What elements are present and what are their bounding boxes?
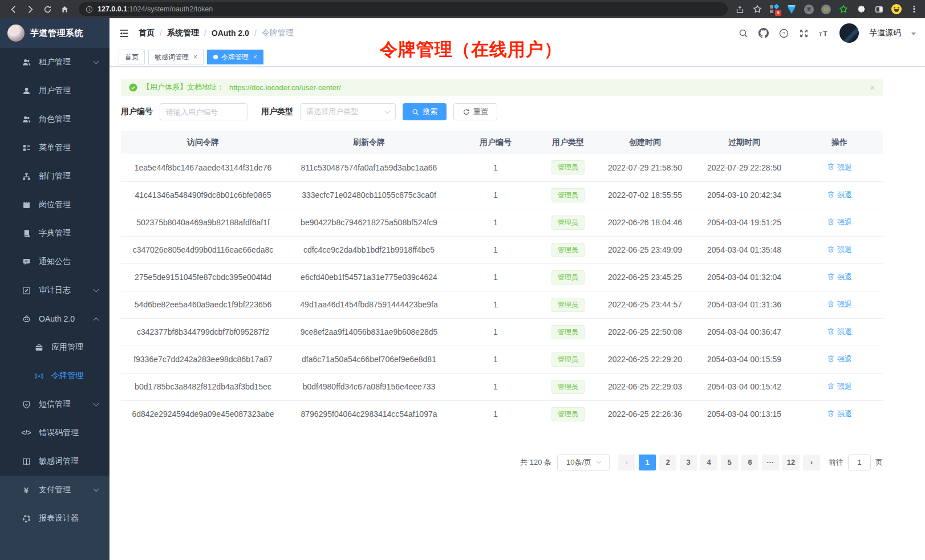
sidebar-item-租户管理[interactable]: 租户管理 (0, 48, 109, 76)
sidebar-item-用户管理[interactable]: 用户管理 (0, 76, 109, 105)
profile-emoji-icon[interactable] (891, 4, 902, 14)
breadcrumb-item[interactable]: 首页 (139, 28, 155, 38)
force-logout-button[interactable]: 强退 (827, 190, 852, 200)
page-button-2[interactable]: 2 (659, 455, 676, 470)
org-chart-icon (22, 172, 31, 181)
fullscreen-icon[interactable] (799, 29, 809, 38)
sidebar-item-敏感词管理[interactable]: 敏感词管理 (0, 447, 109, 476)
sidebar-toggle-icon[interactable] (119, 28, 129, 39)
force-logout-button[interactable]: 强退 (827, 272, 852, 282)
share-icon[interactable] (735, 4, 745, 14)
tab-label: 首页 (125, 52, 139, 62)
sidebar-item-通知公告[interactable]: 通知公告 (0, 247, 109, 276)
sidebar-item-菜单管理[interactable]: 菜单管理 (0, 133, 109, 162)
created-time-cell: 2022-06-25 22:29:20 (598, 346, 692, 373)
sidebar-item-令牌管理[interactable]: 令牌管理 (0, 362, 109, 390)
force-logout-button[interactable]: 强退 (827, 217, 852, 228)
alert-close-icon[interactable]: × (870, 83, 875, 92)
force-logout-button[interactable]: 强退 (827, 382, 852, 392)
tab-label: 敏感词管理 (155, 52, 189, 62)
tab-close-icon[interactable]: × (193, 53, 197, 61)
sidebar-item-角色管理[interactable]: 角色管理 (0, 105, 109, 133)
force-logout-button[interactable]: 强退 (827, 163, 852, 173)
site-info-icon[interactable] (86, 6, 93, 13)
search-button[interactable]: 搜索 (403, 103, 447, 120)
address-bar[interactable]: 127.0.0.1:1024/system/oauth2/token (79, 2, 728, 16)
created-time-cell: 2022-06-25 22:26:36 (598, 400, 692, 428)
reset-button[interactable]: 重置 (453, 103, 497, 120)
home-icon[interactable] (57, 2, 72, 17)
command-extension-icon[interactable]: ⌘ (804, 5, 814, 14)
force-logout-button[interactable]: 强退 (827, 299, 852, 310)
sidebar-item-支付管理[interactable]: ¥ 支付管理 (0, 476, 109, 504)
jump-page-input[interactable] (848, 455, 871, 470)
force-logout-button[interactable]: 强退 (827, 327, 852, 337)
alert-doc-link[interactable]: https://doc.iocoder.cn/user-center/ (229, 83, 341, 92)
bookmark-star-icon[interactable] (752, 4, 762, 14)
sidebar-item-短信管理[interactable]: 短信管理 (0, 390, 109, 419)
tab-令牌管理[interactable]: 令牌管理× (207, 50, 263, 64)
force-logout-button[interactable]: 强退 (827, 245, 852, 255)
user-id-label: 用户编号 (121, 107, 153, 117)
user-id-cell: 1 (453, 346, 538, 373)
user-type-badge: 管理员 (551, 380, 585, 394)
force-logout-button[interactable]: 强退 (827, 409, 852, 419)
sidebar-item-部门管理[interactable]: 部门管理 (0, 162, 109, 190)
chevron-down-icon (94, 59, 99, 64)
search-icon[interactable] (739, 29, 748, 38)
column-header: 刷新令牌 (285, 131, 453, 154)
user-name[interactable]: 芋道源码 (869, 28, 901, 38)
user-id-input[interactable] (160, 103, 248, 120)
app-logo[interactable]: 芋道管理系统 (0, 18, 109, 48)
user-id-cell: 1 (453, 181, 538, 209)
force-logout-button[interactable]: 强退 (827, 354, 852, 364)
user-type-select[interactable]: 请选择用户类型 (300, 103, 396, 120)
tab-敏感词管理[interactable]: 敏感词管理× (148, 50, 204, 64)
page-ellipsis[interactable]: ··· (762, 455, 779, 470)
next-page-button[interactable]: › (803, 455, 820, 470)
access-token-cell: f9336e7c7dd242a283ee98dc86b17a87 (121, 346, 285, 373)
refresh-icon (462, 108, 470, 116)
tab-close-icon[interactable]: × (253, 53, 257, 61)
extensions-icon[interactable]: 9 (770, 5, 779, 14)
star-extension-icon[interactable] (838, 4, 849, 14)
browser-menu-icon[interactable]: ⋮ (909, 4, 919, 14)
sidebar-item-字典管理[interactable]: 字典管理 (0, 219, 109, 247)
access-token-cell: 54d6be82ee5a460a9aedc1f9bf223656 (121, 291, 285, 318)
table-row: 54d6be82ee5a460a9aedc1f9bf22365649d1aa46… (121, 291, 883, 318)
help-icon[interactable]: ? (779, 29, 789, 38)
sidebar-item-label: 审计日志 (39, 285, 71, 295)
split-view-icon[interactable] (874, 4, 884, 14)
forward-icon[interactable] (23, 2, 38, 17)
sidebar-item-OAuth 2.0[interactable]: OAuth 2.0 (0, 305, 109, 333)
gem-extension-icon[interactable] (786, 4, 797, 14)
sidebar-item-应用管理[interactable]: 应用管理 (0, 333, 109, 362)
sidebar-item-岗位管理[interactable]: 岗位管理 (0, 190, 109, 219)
token-signal-icon (34, 372, 43, 380)
page-button-12[interactable]: 12 (782, 455, 800, 470)
sidebar-item-错误码管理[interactable]: </> 错误码管理 (0, 419, 109, 447)
breadcrumb-item[interactable]: 系统管理 (167, 28, 199, 38)
tab-首页[interactable]: 首页 (119, 50, 145, 64)
puzzle-extension-icon[interactable] (856, 4, 866, 14)
font-size-icon[interactable]: TT (819, 29, 829, 38)
sidebar-item-审计日志[interactable]: 审计日志 (0, 276, 109, 305)
sidebar-item-报表设计器[interactable]: 报表设计器 (0, 504, 109, 533)
user-avatar[interactable] (839, 23, 859, 43)
page-button-3[interactable]: 3 (680, 455, 697, 470)
page-button-5[interactable]: 5 (721, 455, 738, 470)
user-icon (22, 87, 31, 95)
breadcrumb-item[interactable]: OAuth 2.0 (212, 29, 249, 38)
github-icon[interactable] (758, 28, 769, 38)
reload-icon[interactable] (40, 2, 55, 17)
back-icon[interactable] (6, 2, 21, 17)
prev-page-button[interactable]: ‹ (618, 455, 635, 470)
page-button-4[interactable]: 4 (700, 455, 717, 470)
column-header: 用户类型 (538, 131, 598, 154)
user-menu-caret-icon[interactable] (911, 33, 916, 35)
page-button-6[interactable]: 6 (741, 455, 758, 470)
dot-extension-icon[interactable] (821, 5, 831, 14)
page-button-1[interactable]: 1 (639, 455, 656, 470)
page-size-select[interactable]: 10条/页 (557, 455, 610, 470)
url-path: :1024/system/oauth2/token (127, 5, 213, 13)
